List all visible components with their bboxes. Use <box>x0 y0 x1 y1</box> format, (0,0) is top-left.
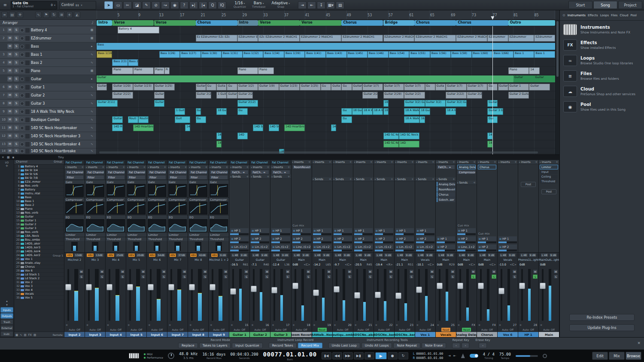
track-mute-button[interactable]: M <box>7 142 12 147</box>
fader-value[interactable]: -19.4 <box>375 263 383 266</box>
clip[interactable]: Bass 1(55) <box>409 51 430 58</box>
record-button[interactable]: ● <box>388 352 398 359</box>
cue-send-level[interactable] <box>395 241 414 243</box>
fader-handle[interactable] <box>416 287 422 293</box>
cue-send[interactable]: ⊞Lin..t1+2 <box>416 244 434 249</box>
fader-handle[interactable] <box>271 287 277 293</box>
io-label[interactable]: Main <box>312 257 332 262</box>
cue-send-level[interactable] <box>313 250 331 251</box>
inserts-header[interactable]: ▾Inserts+ <box>312 160 332 164</box>
mute-button[interactable]: M <box>141 269 146 274</box>
cue-send[interactable]: ⊞Lin..t1+2 <box>313 244 331 249</box>
cue-send[interactable]: ⊞HP 2 <box>271 236 290 241</box>
inserts-header[interactable]: ▾Inserts+ <box>333 160 353 164</box>
panel-instr-button[interactable]: Instr. <box>0 331 13 337</box>
clip[interactable]: Bass 1(27) <box>180 51 201 58</box>
inserts-header[interactable]: ▾Inserts+ <box>106 165 126 169</box>
section-marker[interactable]: Verse <box>154 20 196 26</box>
layout-icon[interactable]: ▤ <box>9 12 15 18</box>
loop-range-display[interactable]: L00001.01.01.00 R00085.03.01.00 <box>413 352 444 360</box>
playhead-marker[interactable] <box>491 16 494 20</box>
clip[interactable]: Guitar 1(23) <box>279 84 300 90</box>
add-icon[interactable]: + <box>164 166 166 169</box>
clip[interactable]: Guitar 2 Guitar <box>508 92 529 99</box>
automation-mode[interactable]: Auto: Off <box>150 328 164 332</box>
solo-button[interactable]: S <box>471 275 476 279</box>
clip[interactable]: Gu <box>341 108 352 115</box>
channel-list-item[interactable]: 25Vox 1 <box>14 257 64 261</box>
fader-value[interactable]: 0dB <box>437 263 443 266</box>
latency-badge[interactable]: L 48 <box>397 253 404 257</box>
track-solo-button[interactable]: S <box>14 76 19 81</box>
fader-track[interactable] <box>67 269 69 321</box>
clip[interactable]: Guitar 2(22) <box>362 92 378 99</box>
add-icon[interactable]: + <box>246 166 249 169</box>
sends-header[interactable]: ▾Sends+ <box>333 177 353 181</box>
io-label[interactable]: Main <box>353 257 374 262</box>
inserts-header[interactable]: ▾Inserts+ <box>353 160 374 164</box>
clip[interactable]: Piano <box>237 67 258 74</box>
add-icon[interactable]: + <box>349 160 352 164</box>
cue-send-level[interactable] <box>251 250 269 251</box>
grid-settings-dropdown[interactable]: ▦▾ <box>326 1 335 9</box>
cue-send[interactable]: ⊞HP 1 <box>375 228 393 233</box>
clip[interactable]: Guitar 1(20) <box>112 84 133 90</box>
clip[interactable]: Guita <box>435 84 446 90</box>
mute-button[interactable]: M <box>79 269 84 274</box>
punch-in-icon[interactable]: ⇥ <box>448 354 451 358</box>
track-solo-button[interactable]: S <box>14 52 19 57</box>
cue-send[interactable]: ⊞HP 2 <box>478 244 496 249</box>
clip[interactable]: EZdrummer 2 MidiCH1 <box>414 35 456 42</box>
add-icon[interactable]: + <box>494 160 496 164</box>
track-row[interactable]: 3MSBass 1∿ <box>0 51 96 59</box>
track-mute-button[interactable]: M <box>7 125 12 130</box>
browser-tab-instruments[interactable]: Instruments <box>568 14 586 17</box>
post-toggle[interactable]: Post <box>521 182 536 187</box>
channel-settings-icon[interactable]: ✛ <box>148 323 150 326</box>
insert-slot[interactable]: FatCh.. ∞ <box>271 170 290 175</box>
sends-header[interactable]: ▾Sends+ <box>374 177 394 181</box>
add-icon[interactable]: + <box>205 166 207 169</box>
follow-playback-button[interactable]: ⇤ <box>307 1 316 9</box>
automation-mode[interactable]: Read <box>318 328 327 332</box>
channel-list-item[interactable]: 14Guitar <box>14 215 64 219</box>
horizontal-scrollbar[interactable] <box>99 151 538 154</box>
solo-button[interactable]: S <box>492 275 496 279</box>
clip[interactable]: Battery 4 <box>118 27 159 33</box>
channel-settings-icon[interactable]: ✛ <box>478 323 480 326</box>
track-lane[interactable]: Bass 1(19)Bass 1(26)Bass 1(27)Bass 1(30)… <box>97 51 555 59</box>
insert-slot[interactable]: Fat Channel <box>106 170 125 175</box>
track-solo-button[interactable]: S <box>14 27 19 33</box>
solo-button[interactable]: S <box>223 275 228 279</box>
cue-send-level[interactable] <box>416 241 434 243</box>
pan-value[interactable]: <C> <box>304 263 310 266</box>
add-icon[interactable]: + <box>329 160 331 164</box>
track-solo-button[interactable]: S <box>14 125 19 130</box>
wrench-icon[interactable]: ✛ <box>17 12 23 18</box>
record-arm-button[interactable] <box>20 53 24 57</box>
automation-icon[interactable]: ∿ <box>35 12 42 18</box>
fader-track[interactable] <box>212 269 213 321</box>
clip[interactable]: Guit <box>175 116 190 123</box>
pan-value[interactable]: R29 <box>449 263 455 266</box>
clip[interactable]: 18 A Walk Thi <box>404 108 419 115</box>
phantom-power-badge[interactable]: 48V <box>87 253 94 257</box>
track-mute-button[interactable]: M <box>7 27 12 33</box>
channel-list-item[interactable]: 33Vox 4 <box>14 288 64 292</box>
gain-badge[interactable]: 9 dB <box>384 253 392 257</box>
track-solo-button[interactable]: S <box>14 142 19 147</box>
clip[interactable]: Guitar 3(2) Guitar 3(8) <box>404 100 425 107</box>
latency-badge[interactable]: L 48 <box>355 253 362 257</box>
track-row[interactable]: 2MSEZdrummer▦ <box>0 34 96 42</box>
cue-send-level[interactable] <box>334 250 352 251</box>
browser-item-files[interactable]: ≣FilesBrowse files and folders <box>563 70 641 81</box>
clip[interactable]: Gu <box>196 108 201 115</box>
channel-list-item[interactable]: 17Guitar 3 <box>14 226 64 230</box>
fat-channel-header[interactable]: Fat Channel <box>126 160 146 165</box>
latency-badge[interactable]: L 48 <box>231 253 239 257</box>
io-label[interactable]: Mic 6 <box>147 257 167 262</box>
gain-badge[interactable]: 9 dB <box>261 253 268 257</box>
clip[interactable]: Guita <box>216 84 227 90</box>
section-marker[interactable]: Intro <box>237 20 258 26</box>
cue-send-level[interactable] <box>230 250 249 251</box>
